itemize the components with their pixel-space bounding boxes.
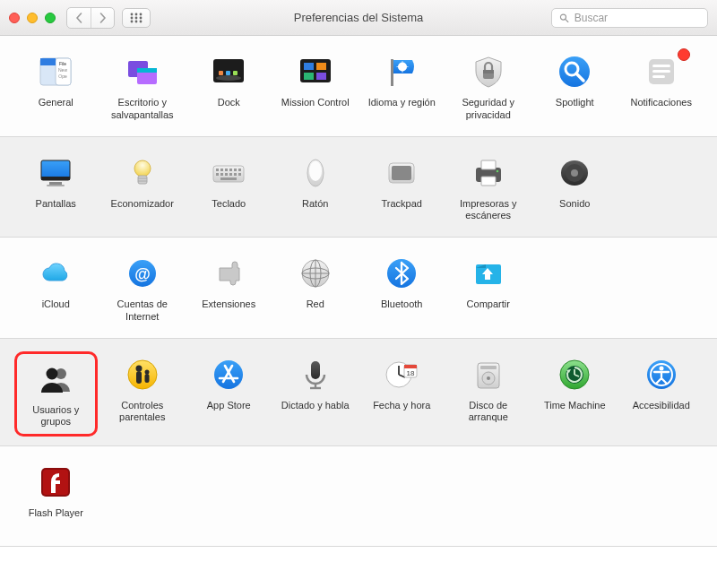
pref-pane-keyboard[interactable]: Teclado [187, 150, 271, 229]
svg-rect-64 [220, 177, 237, 180]
pref-pane-internet[interactable]: @ Cuentas de Internet [101, 250, 185, 329]
search-input[interactable] [574, 12, 700, 24]
svg-point-8 [140, 20, 143, 22]
pref-pane-label: General [39, 97, 73, 121]
pref-pane-label: Idioma y región [368, 97, 436, 121]
pref-pane-printers[interactable]: Impresoras y escáneres [447, 150, 531, 229]
svg-point-1 [135, 13, 138, 15]
pref-pane-trackpad[interactable]: Trackpad [360, 150, 444, 229]
pref-pane-label: Teclado [212, 198, 246, 222]
notification-badge [678, 48, 690, 61]
svg-rect-58 [216, 173, 219, 176]
svg-rect-28 [304, 73, 314, 80]
pref-pane-flash[interactable]: Flash Player [14, 459, 98, 537]
svg-point-36 [559, 56, 590, 87]
svg-rect-48 [138, 176, 147, 184]
svg-rect-23 [226, 71, 230, 75]
pref-pane-mouse[interactable]: Ratón [274, 150, 358, 229]
pref-pane-label: Disco de arranque [449, 400, 529, 425]
pref-pane-accessibility[interactable]: Accesibilidad [620, 351, 704, 437]
pref-pane-extensions[interactable]: Extensiones [187, 250, 271, 329]
pref-pane-network[interactable]: Red [274, 250, 358, 329]
svg-point-66 [309, 161, 322, 181]
pref-pane-label: Red [307, 298, 324, 323]
svg-text:@: @ [134, 265, 151, 283]
pref-pane-label: Trackpad [382, 198, 422, 222]
svg-rect-29 [316, 73, 326, 80]
svg-rect-70 [481, 160, 496, 169]
pref-pane-security[interactable]: Seguridad y privacidad [447, 48, 531, 127]
close-button[interactable] [9, 13, 20, 23]
svg-point-7 [135, 20, 138, 22]
pref-panes-area: File New Ope General Escritorio y salvap… [0, 36, 717, 547]
pref-pane-label: Compartir [467, 298, 510, 323]
show-all-button[interactable] [122, 8, 151, 28]
pref-pane-users[interactable]: Usuarios y grupos [14, 351, 98, 437]
pref-pane-timemachine[interactable]: Time Machine [533, 351, 617, 437]
svg-rect-30 [391, 59, 393, 86]
flash-icon [36, 463, 75, 502]
pref-pane-dock[interactable]: Dock [187, 48, 271, 127]
svg-rect-60 [225, 173, 228, 176]
spotlight-icon [555, 52, 594, 91]
pref-pane-energy[interactable]: Economizador [101, 150, 185, 229]
pref-pane-label: Dock [218, 97, 240, 121]
pref-pane-displays[interactable]: Pantallas [14, 150, 98, 229]
svg-rect-96 [311, 361, 320, 379]
pref-pane-label: Time Machine [544, 400, 606, 424]
svg-rect-27 [316, 63, 326, 70]
titlebar: Preferencias del Sistema [0, 0, 717, 36]
pref-pane-label: Usuarios y grupos [19, 404, 93, 429]
icloud-icon [36, 254, 75, 293]
pref-row-4: Flash Player [0, 446, 717, 547]
pref-pane-icloud[interactable]: iCloud [14, 250, 98, 329]
svg-rect-42 [652, 75, 665, 78]
svg-point-47 [134, 160, 151, 177]
pref-pane-sharing[interactable]: Compartir [447, 250, 531, 329]
zoom-button[interactable] [45, 13, 56, 23]
forward-button[interactable] [91, 8, 114, 28]
svg-rect-44 [41, 177, 70, 180]
pref-pane-notifications[interactable]: Notificaciones [620, 48, 704, 127]
pref-pane-mission[interactable]: Mission Control [274, 48, 358, 127]
notifications-icon [642, 52, 681, 91]
svg-point-75 [571, 169, 578, 177]
printers-icon [469, 153, 508, 193]
svg-rect-35 [483, 70, 494, 74]
pref-pane-language[interactable]: Idioma y región [360, 48, 444, 127]
pref-pane-label: App Store [207, 400, 251, 424]
svg-rect-40 [652, 65, 670, 67]
svg-rect-13 [40, 58, 56, 65]
mouse-icon [296, 153, 335, 193]
svg-rect-71 [481, 177, 496, 186]
svg-rect-108 [480, 366, 497, 369]
window-controls [9, 13, 56, 23]
svg-rect-103 [404, 365, 417, 368]
pref-pane-spotlight[interactable]: Spotlight [533, 48, 617, 127]
extensions-icon [209, 254, 248, 293]
svg-point-6 [131, 20, 134, 22]
minimize-button[interactable] [27, 13, 38, 23]
svg-rect-19 [137, 68, 157, 73]
svg-rect-52 [216, 169, 219, 171]
pref-pane-datetime[interactable]: 18 Fecha y hora [360, 351, 444, 437]
svg-rect-45 [49, 182, 62, 185]
pref-pane-desktop[interactable]: Escritorio y salvapantallas [101, 48, 185, 127]
pref-pane-dictation[interactable]: Dictado y habla [274, 351, 358, 437]
system-preferences-window: Preferencias del Sistema File New Ope Ge… [0, 0, 717, 547]
pref-pane-label: Bluetooth [381, 298, 422, 323]
timemachine-icon [555, 355, 594, 394]
svg-rect-41 [652, 70, 670, 73]
pref-pane-appstore[interactable]: App Store [187, 351, 271, 437]
dictation-icon [296, 355, 335, 394]
pref-pane-general[interactable]: File New Ope General [14, 48, 98, 127]
pref-pane-parental[interactable]: Controles parentales [101, 351, 185, 437]
search-field[interactable] [551, 8, 708, 28]
pref-pane-sound[interactable]: Sonido [533, 150, 617, 229]
back-button[interactable] [67, 8, 91, 28]
pref-pane-bluetooth[interactable]: Bluetooth [360, 250, 444, 329]
svg-rect-54 [225, 169, 228, 171]
pref-row-0: File New Ope General Escritorio y salvap… [0, 36, 717, 137]
pref-pane-startup[interactable]: Disco de arranque [447, 351, 531, 437]
keyboard-icon [209, 153, 248, 193]
